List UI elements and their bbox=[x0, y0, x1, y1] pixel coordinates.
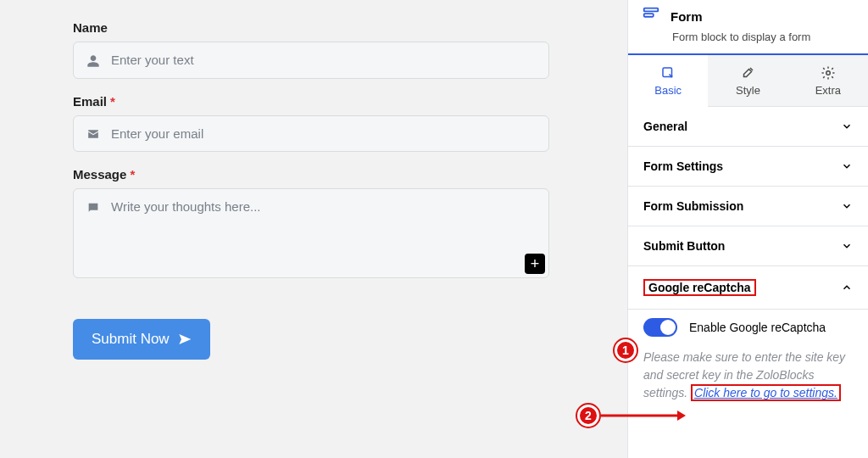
svg-rect-1 bbox=[644, 14, 654, 17]
recaptcha-toggle-label: Enable Google reCaptcha bbox=[689, 321, 826, 334]
svg-point-3 bbox=[826, 71, 831, 75]
block-title: Form bbox=[670, 9, 703, 24]
chevron-up-icon bbox=[841, 282, 853, 293]
block-description: Form block to display a form bbox=[672, 31, 854, 43]
block-header: Form Form block to display a form bbox=[628, 0, 868, 55]
inspector-sidebar: Form Form block to display a form Basic … bbox=[627, 0, 868, 458]
chevron-down-icon bbox=[841, 240, 853, 252]
name-placeholder: Enter your text bbox=[111, 53, 194, 67]
annotation-arrow bbox=[601, 407, 686, 424]
email-input[interactable]: Enter your email bbox=[73, 115, 549, 152]
email-placeholder: Enter your email bbox=[111, 126, 203, 141]
message-textarea[interactable]: Write your thoughts here... + bbox=[73, 188, 549, 278]
cursor-icon bbox=[660, 65, 676, 81]
name-input[interactable]: Enter your text bbox=[73, 42, 549, 79]
chevron-down-icon bbox=[841, 160, 853, 172]
chevron-down-icon bbox=[841, 120, 853, 132]
chevron-down-icon bbox=[841, 200, 853, 212]
field-message-label: Message* bbox=[73, 167, 576, 182]
field-name-label: Name bbox=[73, 20, 576, 35]
submit-button[interactable]: Submit Now bbox=[73, 319, 210, 360]
chat-icon bbox=[86, 199, 101, 215]
form-editor-canvas: Name Enter your text Email* Enter your e… bbox=[0, 0, 627, 458]
accordion-google-recaptcha[interactable]: Google reCaptcha bbox=[628, 266, 868, 310]
accordion-general[interactable]: General bbox=[628, 107, 868, 147]
recaptcha-settings-link[interactable]: Click here to go to settings. bbox=[691, 384, 841, 401]
tab-basic[interactable]: Basic bbox=[628, 55, 708, 107]
field-name: Name Enter your text bbox=[73, 20, 576, 79]
annotation-1: 1 bbox=[615, 339, 637, 361]
form-icon bbox=[642, 5, 660, 27]
accordion-submit-button[interactable]: Submit Button bbox=[628, 226, 868, 266]
accordion-form-settings[interactable]: Form Settings bbox=[628, 147, 868, 187]
add-field-button[interactable]: + bbox=[525, 254, 545, 274]
user-icon bbox=[86, 53, 101, 68]
tab-extra[interactable]: Extra bbox=[788, 55, 868, 106]
field-email-label: Email* bbox=[73, 94, 576, 109]
gear-icon bbox=[821, 65, 836, 81]
field-email: Email* Enter your email bbox=[73, 94, 576, 152]
recaptcha-heading: Google reCaptcha bbox=[643, 279, 756, 296]
send-icon bbox=[178, 332, 192, 346]
annotation-2: 2 bbox=[577, 405, 599, 427]
accordion-form-submission[interactable]: Form Submission bbox=[628, 187, 868, 226]
recaptcha-panel: Enable Google reCaptcha Please make sure… bbox=[628, 310, 868, 412]
envelope-icon bbox=[86, 126, 101, 140]
tab-style[interactable]: Style bbox=[708, 55, 787, 106]
svg-marker-5 bbox=[677, 411, 686, 421]
message-placeholder: Write your thoughts here... bbox=[111, 199, 260, 214]
svg-rect-0 bbox=[644, 8, 659, 12]
recaptcha-toggle[interactable] bbox=[643, 318, 677, 337]
field-message: Message* Write your thoughts here... + bbox=[73, 167, 576, 278]
brush-icon bbox=[740, 65, 755, 81]
inspector-tabs: Basic Style Extra bbox=[628, 55, 868, 107]
recaptcha-hint: Please make sure to enter the site key a… bbox=[643, 349, 853, 402]
